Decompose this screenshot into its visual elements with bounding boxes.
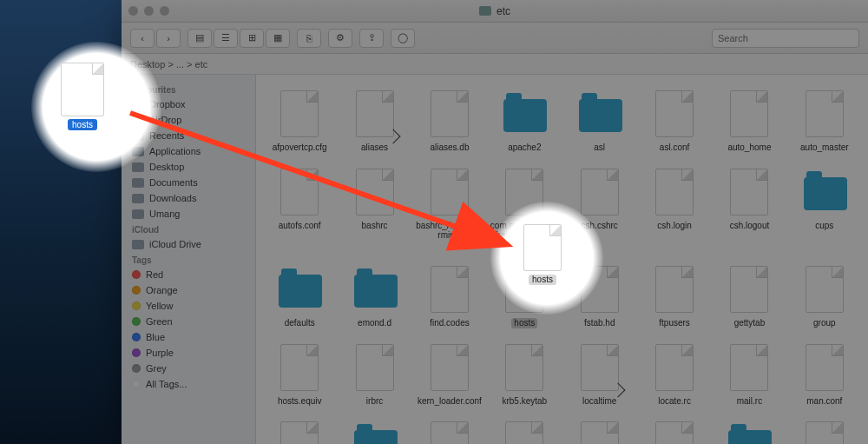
sidebar-item-label: Applications xyxy=(149,146,201,156)
file-item[interactable]: auto_home xyxy=(714,90,784,153)
file-item[interactable]: cups xyxy=(790,169,859,251)
file-label: aliases xyxy=(361,142,388,153)
file-item[interactable]: localtime xyxy=(565,344,635,407)
view-gallery-button[interactable]: ▦ xyxy=(266,29,290,48)
file-item[interactable]: nanorc xyxy=(490,421,559,444)
file-item[interactable]: asl xyxy=(565,90,635,153)
file-item[interactable]: autofs.conf xyxy=(265,169,334,251)
file-label: auto_master xyxy=(800,142,849,153)
view-list-button[interactable]: ☰ xyxy=(214,29,238,48)
sidebar-item-airdrop[interactable]: AirDrop xyxy=(122,112,255,128)
file-label: gettytab xyxy=(734,318,766,328)
file-item[interactable]: csh.login xyxy=(640,169,709,251)
file-item[interactable]: networks xyxy=(565,421,635,444)
sidebar-tag-item[interactable]: Grey xyxy=(122,361,255,376)
file-label: autofs.conf xyxy=(279,221,321,231)
file-item[interactable]: emond.d xyxy=(339,266,409,328)
sidebar-item-label: AirDrop xyxy=(149,115,181,125)
file-item[interactable]: gettytab xyxy=(714,266,784,328)
sidebar-item-label: iCloud Drive xyxy=(149,239,201,249)
sidebar-tag-item[interactable]: Blue xyxy=(122,329,255,345)
file-item[interactable]: newsyslog.d xyxy=(714,421,784,444)
group-button[interactable]: ⎘ xyxy=(297,29,321,48)
sidebar-item-docs[interactable]: Documents xyxy=(122,175,255,190)
file-item[interactable]: nfs.conf xyxy=(790,421,859,444)
sidebar-item-label: Umang xyxy=(149,209,180,219)
sidebar-item-label: Documents xyxy=(149,177,198,188)
sidebar-tag-item[interactable]: Red xyxy=(122,267,255,282)
desktop-file-label: hosts xyxy=(68,119,97,130)
file-item[interactable]: defaults xyxy=(265,266,334,328)
sidebar-tag-item[interactable]: Green xyxy=(122,314,255,329)
finder-window: etc ‹ › ▤ ☰ ⊞ ▦ ⎘ ⚙︎ ⇪ ◯ Desktop > ... >… xyxy=(122,0,868,444)
file-item[interactable]: manpaths.d xyxy=(339,421,409,444)
file-item[interactable]: mail.rc xyxy=(714,344,784,407)
sidebar-item-apps[interactable]: Applications xyxy=(122,143,255,159)
forward-button[interactable]: › xyxy=(156,29,181,48)
sidebar-heading-icloud: iCloud xyxy=(122,222,255,236)
file-label: localtime xyxy=(582,396,616,407)
back-button[interactable]: ‹ xyxy=(130,29,155,48)
view-icons-button[interactable]: ▤ xyxy=(187,29,212,48)
sidebar-item-icloud[interactable]: iCloud Drive xyxy=(122,236,255,252)
file-label: afpovertcp.cfg xyxy=(273,142,327,153)
file-label: auto_home xyxy=(727,142,771,153)
file-label: emond.d xyxy=(358,318,391,328)
share-button[interactable]: ⇪ xyxy=(359,29,384,48)
file-label: ftpusers xyxy=(659,318,690,328)
file-label: find.codes xyxy=(430,318,470,328)
spotlight-hosts-file[interactable]: hosts xyxy=(523,224,562,285)
sidebar-tag-item[interactable]: All Tags... xyxy=(122,376,255,392)
file-item[interactable]: ftpusers xyxy=(640,266,709,328)
sidebar-item-home[interactable]: Umang xyxy=(122,206,255,222)
file-item[interactable]: irbrc xyxy=(339,344,409,407)
close-button[interactable] xyxy=(128,6,138,16)
file-item[interactable]: auto_master xyxy=(790,90,859,153)
file-item[interactable]: csh.logout xyxy=(714,169,784,251)
file-item[interactable]: aliases xyxy=(339,90,409,153)
file-label: aliases.db xyxy=(430,142,469,153)
file-item[interactable]: apache2 xyxy=(490,90,559,153)
search-input[interactable] xyxy=(712,29,859,48)
sidebar-item-desktop[interactable]: Desktop xyxy=(122,159,255,175)
file-label: cups xyxy=(815,221,833,231)
view-columns-button[interactable]: ⊞ xyxy=(240,29,264,48)
file-item[interactable]: bashrc_Apple_Terminal xyxy=(415,169,484,251)
file-item[interactable]: afpovertcp.cfg xyxy=(265,90,334,153)
sidebar-heading-favorites: Favourites xyxy=(122,82,255,96)
file-item[interactable]: csh.cshrc xyxy=(565,169,635,251)
sidebar-item-label: Red xyxy=(146,269,163,280)
file-label: csh.login xyxy=(657,221,691,231)
file-item[interactable]: group xyxy=(790,266,859,328)
file-item[interactable]: man.conf xyxy=(790,344,859,407)
desktop-hosts-file[interactable]: hosts xyxy=(61,63,104,130)
file-item[interactable]: manpaths xyxy=(265,421,334,444)
file-item[interactable]: asl.conf xyxy=(640,90,709,153)
file-item[interactable]: hosts.equiv xyxy=(265,344,334,407)
action-button[interactable]: ⚙︎ xyxy=(328,29,352,48)
sidebar-item-dropbox[interactable]: Dropbox xyxy=(122,96,255,112)
file-item[interactable]: locate.rc xyxy=(640,344,709,407)
file-item[interactable]: fstab.hd xyxy=(565,266,635,328)
file-label: hosts.equiv xyxy=(278,396,322,407)
sidebar-heading-tags: Tags xyxy=(122,252,255,267)
pathbar[interactable]: Desktop > ... > etc xyxy=(122,54,868,75)
file-item[interactable]: krb5.keytab xyxy=(490,344,559,407)
file-item[interactable]: master.passwd xyxy=(415,421,484,444)
file-item[interactable]: find.codes xyxy=(415,266,484,328)
file-grid-area[interactable]: afpovertcp.cfg aliases aliases.db apache… xyxy=(256,75,868,444)
file-item[interactable]: aliases.db xyxy=(415,90,484,153)
file-item[interactable]: kern_loader.conf xyxy=(415,344,484,407)
sidebar-item-downloads[interactable]: Downloads xyxy=(122,190,255,206)
sidebar-tag-item[interactable]: Purple xyxy=(122,345,255,361)
maximize-button[interactable] xyxy=(160,6,169,16)
minimize-button[interactable] xyxy=(144,6,154,16)
tag-button[interactable]: ◯ xyxy=(391,29,415,48)
sidebar-item-recents[interactable]: Recents xyxy=(122,128,255,143)
toolbar: ‹ › ▤ ☰ ⊞ ▦ ⎘ ⚙︎ ⇪ ◯ xyxy=(122,23,868,54)
sidebar-tag-item[interactable]: Yellow xyxy=(122,298,255,314)
file-item[interactable]: newsyslog.conf xyxy=(640,421,709,444)
file-label: bashrc_Apple_Terminal xyxy=(415,221,484,241)
sidebar-tag-item[interactable]: Orange xyxy=(122,282,255,298)
file-item[interactable]: bashrc xyxy=(339,169,409,251)
